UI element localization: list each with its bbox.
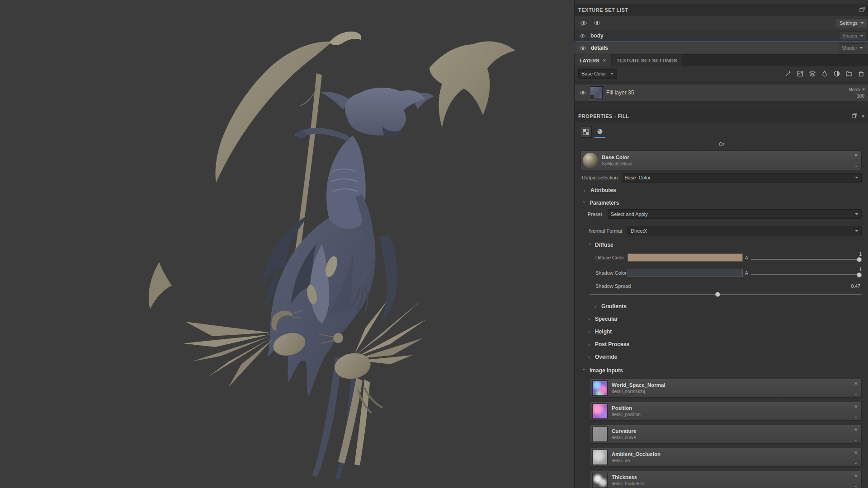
chevron-down-icon[interactable]: › (854, 485, 859, 487)
channel-select-dropdown[interactable]: Base Color (578, 69, 617, 79)
shadow-spread-slider[interactable] (590, 291, 862, 298)
diffuse-alpha-slider[interactable]: 1 (751, 252, 862, 263)
specular-label: Specular (595, 316, 618, 322)
smart-material-icon[interactable] (833, 70, 840, 77)
shadow-color-row: Shadow Color A 1 (595, 267, 862, 279)
popout-icon[interactable] (859, 7, 865, 13)
slider-handle[interactable] (857, 257, 862, 262)
shadow-alpha-value: 1 (859, 267, 862, 272)
tab-layers[interactable]: LAYERS × (575, 54, 611, 66)
shader-dropdown[interactable]: Shader (839, 43, 866, 52)
shadow-color-swatch[interactable] (627, 269, 743, 277)
layers-icon[interactable] (809, 70, 816, 77)
diffuse-color-label: Diffuse Color (595, 255, 627, 260)
texture-set-list-title: TEXTURE SET LIST (578, 7, 628, 13)
shadow-alpha-slider[interactable]: 1 (751, 267, 862, 279)
shader-dropdown[interactable]: Shader (839, 31, 867, 40)
resource-name: SoMuchDiffuse (602, 161, 632, 166)
input-title: Curvature (612, 428, 636, 434)
diffuse-color-swatch[interactable] (627, 253, 743, 262)
image-input-world-space-normal[interactable]: World_Space_Normal detali_normalobj × › (590, 379, 862, 398)
section-image-inputs[interactable]: › Image inputs (583, 366, 868, 375)
shader-label: Shader (842, 45, 857, 51)
preset-dropdown[interactable]: Select and Apply (608, 209, 862, 219)
input-resource: detali_normalobj (612, 389, 665, 394)
fill-mode-icon[interactable] (594, 126, 605, 138)
fill-layer-icon[interactable] (797, 70, 804, 77)
tab-texture-set-settings[interactable]: TEXTURE SET SETTINGS (612, 54, 682, 66)
output-selection-dropdown[interactable]: Base_Color (622, 173, 862, 183)
layer-row-fill-layer-35[interactable]: Fill layer 35 Norm 100 (575, 84, 868, 101)
settings-button[interactable]: Settings (836, 18, 868, 28)
fill-badge-icon (589, 94, 594, 100)
slider-track[interactable] (751, 274, 860, 275)
clear-input-button[interactable]: × (854, 473, 858, 479)
eye-icon[interactable] (579, 33, 586, 38)
chevron-down-icon: › (587, 243, 593, 247)
settings-button-label: Settings (840, 20, 858, 26)
diffuse-color-row: Diffuse Color A 1 (595, 252, 862, 263)
clear-resource-button[interactable]: × (854, 152, 858, 158)
chevron-down-icon[interactable]: › (854, 166, 859, 168)
output-selection-value: Base_Color (625, 175, 651, 180)
image-input-thickness[interactable]: Thickness detali_thickness × › (590, 471, 862, 488)
properties-subtabs (580, 126, 868, 139)
substance-painter-window: TEXTURE SET LIST Settings bod (0, 0, 868, 488)
base-color-resource-card[interactable]: Base Color SoMuchDiffuse × › (580, 150, 862, 170)
image-input-ambient-occlusion[interactable]: Ambient_Occlusion detali_ao × › (590, 448, 862, 467)
clear-input-button[interactable]: × (854, 427, 858, 432)
normal-format-value: DirectX (631, 228, 647, 234)
layer-opacity-value[interactable]: 100 (857, 94, 865, 99)
chevron-down-icon[interactable]: › (854, 439, 859, 441)
chevron-down-icon[interactable]: › (854, 416, 859, 418)
section-gradients[interactable]: › Gradients (594, 302, 868, 310)
material-mode-icon[interactable] (580, 126, 592, 138)
chevron-down-icon[interactable]: › (854, 393, 859, 395)
visibility-icon[interactable] (594, 20, 601, 26)
texture-set-row-body[interactable]: body Shader (575, 30, 868, 42)
slider-handle[interactable] (857, 272, 862, 277)
separator (579, 222, 864, 222)
chevron-down-icon (855, 213, 859, 215)
clear-input-button[interactable]: × (854, 450, 858, 455)
slider-track[interactable] (751, 259, 860, 260)
override-label: Override (595, 354, 617, 360)
viewport-3d[interactable] (0, 0, 574, 488)
blend-mode-dropdown[interactable]: Norm (849, 87, 865, 92)
paint-drop-icon[interactable] (821, 70, 828, 77)
section-parameters[interactable]: › Parameters (583, 198, 868, 207)
shadow-spread-handle[interactable] (715, 292, 720, 297)
wand-icon[interactable] (784, 70, 792, 77)
chevron-down-icon (855, 230, 859, 232)
section-post-process[interactable]: › Post Process (588, 340, 868, 348)
preset-label: Preset (588, 211, 602, 217)
trash-icon[interactable] (858, 70, 865, 77)
dock-tabbar: LAYERS × TEXTURE SET SETTINGS (575, 54, 868, 66)
section-override[interactable]: › Override (588, 353, 868, 361)
clear-input-button[interactable]: × (854, 404, 858, 409)
visibility-filter-icon[interactable] (580, 20, 587, 26)
gradients-label: Gradients (601, 303, 627, 310)
chevron-down-icon[interactable]: › (854, 462, 859, 464)
chevron-right-icon: › (588, 329, 592, 334)
eye-icon[interactable] (580, 46, 586, 51)
popout-icon[interactable] (852, 113, 857, 119)
image-input-position[interactable]: Position detali_position × › (590, 402, 862, 421)
close-tab-icon[interactable]: × (603, 57, 606, 64)
layer-visibility-icon[interactable] (580, 90, 586, 95)
image-input-curvature[interactable]: Curvature detali_curve × › (590, 425, 862, 444)
normal-format-dropdown[interactable]: DirectX (627, 226, 862, 235)
clear-input-button[interactable]: × (854, 380, 858, 386)
slider-track[interactable] (590, 294, 862, 295)
resource-title: Base Color (602, 155, 632, 160)
section-specular[interactable]: › Specular (588, 315, 868, 323)
tab-tss-label: TEXTURE SET SETTINGS (617, 58, 677, 63)
folder-icon[interactable] (845, 70, 853, 77)
close-panel-icon[interactable]: × (862, 113, 865, 119)
texture-set-row-details[interactable]: details Shader (575, 42, 868, 54)
section-diffuse[interactable]: › Diffuse (588, 241, 868, 249)
blend-mode-value: Norm (849, 87, 860, 92)
input-title: Position (612, 405, 641, 411)
section-attributes[interactable]: › Attributes (584, 186, 868, 195)
section-height[interactable]: › Height (588, 328, 868, 336)
